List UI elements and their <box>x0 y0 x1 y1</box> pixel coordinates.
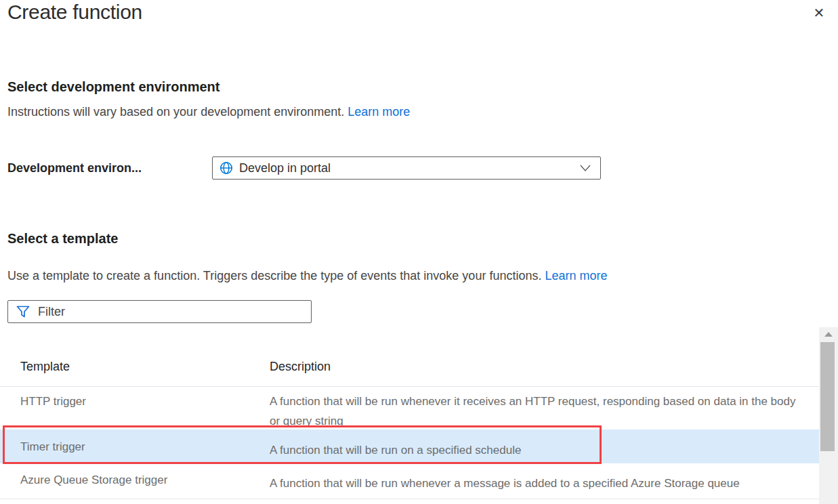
template-heading: Select a template <box>7 231 118 247</box>
table-row-timer-trigger[interactable]: Timer trigger A function that will be ru… <box>0 429 819 463</box>
table-header-row: Template Description <box>0 342 819 387</box>
template-description-cell: A function that will be run whenever a m… <box>270 474 799 493</box>
dev-env-dropdown[interactable]: Develop in portal <box>212 156 601 180</box>
dev-env-heading: Select development environment <box>7 79 219 95</box>
scroll-up-button[interactable] <box>819 327 838 341</box>
page-title: Create function <box>7 1 142 24</box>
template-description-cell: A function that will be run whenever it … <box>270 392 799 431</box>
template-learn-more-link[interactable]: Learn more <box>545 269 607 282</box>
template-name-cell: Azure Queue Storage trigger <box>20 474 167 487</box>
close-button[interactable]: ✕ <box>809 3 829 23</box>
chevron-down-icon <box>580 164 591 172</box>
scrollbar-thumb[interactable] <box>820 342 835 451</box>
template-description-cell: A function that will be run on a specifi… <box>270 440 799 460</box>
dev-env-learn-more-link[interactable]: Learn more <box>348 105 410 119</box>
close-icon: ✕ <box>814 5 825 21</box>
template-name-cell: HTTP trigger <box>20 395 86 408</box>
column-header-description: Description <box>270 360 331 374</box>
template-description-text: Use a template to create a function. Tri… <box>7 269 545 282</box>
filter-field[interactable] <box>7 300 312 323</box>
template-description: Use a template to create a function. Tri… <box>7 269 608 283</box>
funnel-icon <box>16 306 30 318</box>
table-row-azure-queue-storage-trigger[interactable]: Azure Queue Storage trigger A function t… <box>0 463 819 499</box>
table-row-http-trigger[interactable]: HTTP trigger A function that will be run… <box>0 387 819 429</box>
table-scrollbar[interactable] <box>819 327 838 504</box>
template-name-cell: Timer trigger <box>20 440 85 454</box>
dev-env-field-label: Development environ... <box>7 161 142 175</box>
dev-env-description: Instructions will vary based on your dev… <box>7 105 410 119</box>
globe-icon <box>219 161 233 175</box>
dev-env-description-text: Instructions will vary based on your dev… <box>7 105 348 119</box>
dev-env-dropdown-value: Develop in portal <box>239 161 331 175</box>
template-table: Template Description HTTP trigger A func… <box>0 342 819 499</box>
filter-input[interactable] <box>38 305 311 319</box>
column-header-template: Template <box>20 360 70 374</box>
scroll-up-arrow-icon <box>824 332 833 337</box>
